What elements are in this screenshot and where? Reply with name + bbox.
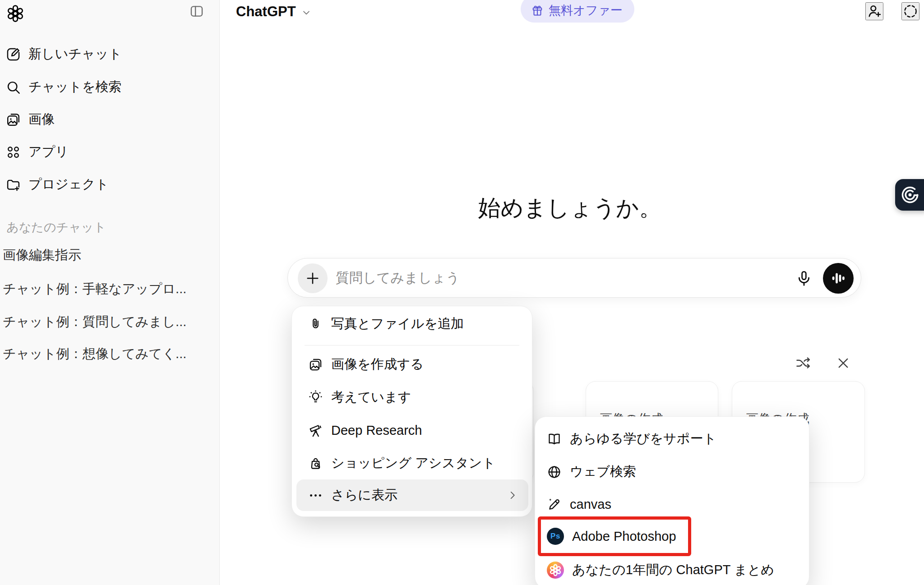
photoshop-icon: Ps [547, 528, 564, 545]
sidebar-item-label: アプリ [28, 143, 69, 161]
chat-title: チャット例：想像してみてく... [3, 345, 186, 363]
sidebar-item-new-chat[interactable]: 新しいチャット [5, 43, 214, 65]
sidebar-item-label: チャットを検索 [28, 78, 121, 96]
sidebar-item-label: 新しいチャット [28, 45, 122, 63]
sidebar-toggle-icon[interactable] [189, 4, 205, 19]
gift-icon [531, 4, 544, 17]
chat-list-item[interactable]: チャット例：質問してみまし... [3, 312, 215, 332]
chat-title: チャット例：質問してみまし... [3, 313, 186, 331]
menu-item-create-image[interactable]: 画像を作成する [292, 351, 532, 378]
menu-item-label: canvas [570, 497, 611, 512]
shopping-bag-icon [308, 456, 323, 471]
menu-item-label: あなたの1年間の ChatGPT まとめ [572, 561, 774, 579]
chatgpt-window: 新しいチャット チャットを検索 画像 アプリ プロジェ [0, 0, 924, 585]
ellipsis-icon [308, 488, 323, 503]
sidebar-item-label: 画像 [28, 111, 55, 129]
menu-item-label: Adobe Photoshop [572, 529, 676, 544]
apps-icon [5, 144, 21, 160]
chat-list-item[interactable]: チャット例：想像してみてく... [3, 344, 215, 364]
mic-icon [795, 269, 813, 287]
close-suggestions-button[interactable] [836, 355, 851, 371]
lightbulb-icon [308, 390, 323, 405]
paperclip-icon [308, 317, 323, 332]
menu-item-label: さらに表示 [331, 486, 397, 504]
menu-item-thinking[interactable]: 考えています [292, 384, 532, 410]
submenu-item-adobe-photoshop[interactable]: Ps Adobe Photoshop [535, 523, 809, 549]
more-tools-submenu: あらゆる学びをサポート ウェブ検索 canvas Ps Adobe Photos… [535, 416, 809, 585]
menu-item-shopping-assistant[interactable]: ショッピング アシスタント [292, 450, 532, 476]
new-chat-icon [5, 46, 21, 62]
book-icon [547, 432, 562, 447]
voice-wave-icon [830, 270, 847, 287]
openai-logo-icon [6, 5, 24, 23]
menu-item-label: あらゆる学びをサポート [570, 430, 716, 448]
submenu-item-learning-support[interactable]: あらゆる学びをサポート [535, 426, 809, 452]
submenu-item-yearly-recap[interactable]: あなたの1年間の ChatGPT まとめ [535, 557, 809, 583]
canvas-pencil-icon [547, 497, 562, 512]
menu-item-label: ショッピング アシスタント [331, 454, 495, 472]
message-input[interactable] [336, 258, 778, 297]
menu-item-label: ウェブ検索 [570, 463, 636, 481]
submenu-item-web-search[interactable]: ウェブ検索 [535, 459, 809, 485]
search-icon [5, 79, 21, 95]
sidebar-item-label: プロジェクト [28, 175, 109, 193]
shuffle-suggestions-button[interactable] [795, 355, 811, 372]
chat-list-item[interactable]: チャット例：手軽なアップロ... [3, 279, 215, 299]
chat-title: 画像編集指示 [3, 246, 81, 264]
sidebar-item-apps[interactable]: アプリ [5, 141, 214, 163]
composer [287, 258, 861, 298]
projects-icon [5, 177, 21, 193]
menu-item-show-more[interactable]: さらに表示 [296, 479, 528, 511]
model-picker[interactable]: ChatGPT [236, 4, 312, 20]
voice-mode-button[interactable] [823, 263, 854, 294]
plus-icon [305, 270, 321, 286]
menu-item-label: 画像を作成する [331, 355, 424, 373]
menu-divider [305, 345, 519, 345]
telescope-icon [308, 423, 323, 438]
sidebar-item-search-chats[interactable]: チャットを検索 [5, 76, 214, 98]
attach-menu: 写真とファイルを追加 画像を作成する 考えています D [291, 306, 532, 517]
globe-icon [547, 465, 562, 479]
chevron-right-icon [507, 489, 518, 501]
menu-item-label: Deep Research [331, 423, 422, 438]
chat-title: チャット例：手軽なアップロ... [3, 280, 186, 298]
browser-extension-button[interactable] [895, 179, 924, 211]
add-user-button[interactable] [865, 2, 883, 20]
sidebar-item-images[interactable]: 画像 [5, 108, 214, 131]
menu-item-label: 考えています [331, 388, 411, 406]
sidebar: 新しいチャット チャットを検索 画像 アプリ プロジェ [0, 0, 220, 585]
menu-item-label: 写真とファイルを追加 [331, 315, 464, 333]
chatgpt-rainbow-icon [547, 562, 564, 579]
create-image-icon [308, 357, 323, 372]
menu-item-deep-research[interactable]: Deep Research [292, 417, 532, 443]
chats-section-header: あなたのチャット [6, 219, 106, 235]
free-offer-label: 無料オファー [549, 2, 623, 18]
menu-item-add-photos-files[interactable]: 写真とファイルを追加 [292, 311, 532, 337]
free-offer-badge[interactable]: 無料オファー [521, 0, 634, 23]
temporary-chat-button[interactable] [901, 2, 919, 20]
ps-monogram: Ps [550, 532, 560, 541]
attach-button[interactable] [298, 263, 328, 293]
chat-list-item[interactable]: 画像編集指示 [3, 245, 215, 266]
submenu-item-canvas[interactable]: canvas [535, 491, 809, 517]
sidebar-item-projects[interactable]: プロジェクト [5, 173, 214, 196]
page-title: 始めましょうか。 [389, 193, 750, 223]
dictate-button[interactable] [795, 269, 813, 287]
chevron-down-icon [300, 7, 312, 18]
images-icon [5, 112, 21, 128]
model-name: ChatGPT [236, 4, 296, 20]
